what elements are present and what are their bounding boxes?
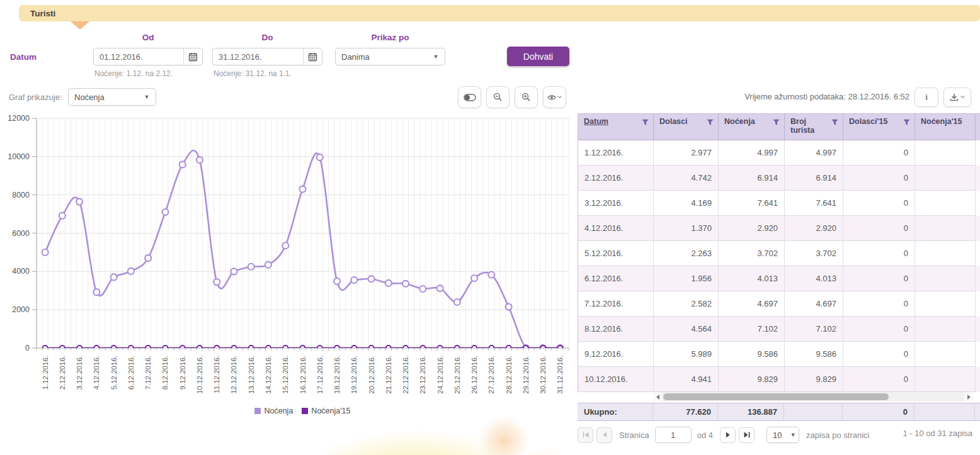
data-point-marker[interactable]: [351, 277, 357, 283]
info-button[interactable]: i: [914, 87, 938, 107]
data-point-marker[interactable]: [506, 304, 512, 310]
prikaz-po-select[interactable]: Danima ▼: [335, 48, 445, 65]
data-point-marker[interactable]: [214, 345, 219, 348]
filter-icon[interactable]: [903, 119, 910, 126]
data-point-marker[interactable]: [265, 262, 271, 268]
data-point-marker[interactable]: [420, 345, 425, 348]
data-point-marker[interactable]: [419, 286, 426, 292]
zoom-out-button[interactable]: [486, 86, 510, 108]
data-point-marker[interactable]: [162, 209, 168, 215]
scrollbar-track[interactable]: [662, 392, 964, 402]
column-header-dolasci-15[interactable]: Dolasci'15: [843, 114, 915, 140]
table-row[interactable]: 5.12.2016.2.2633.7023.7020: [578, 241, 980, 266]
data-point-marker[interactable]: [128, 345, 134, 348]
data-point-marker[interactable]: [77, 345, 82, 348]
data-point-marker[interactable]: [266, 345, 271, 348]
data-point-marker[interactable]: [300, 186, 306, 193]
data-point-marker[interactable]: [472, 345, 477, 348]
table-row[interactable]: 4.12.2016.1.3702.9202.9200: [578, 216, 980, 241]
scroll-right-button[interactable]: [964, 392, 973, 402]
data-point-marker[interactable]: [540, 345, 545, 348]
date-to-input[interactable]: [213, 48, 303, 65]
legend-item[interactable]: Noćenja'15: [302, 407, 350, 415]
export-button[interactable]: [943, 87, 971, 107]
tab-turisti[interactable]: Turisti: [30, 9, 55, 18]
data-point-marker[interactable]: [249, 345, 254, 348]
data-point-marker[interactable]: [334, 345, 339, 348]
data-point-marker[interactable]: [317, 154, 323, 160]
table-row[interactable]: 6.12.2016.1.9564.0134.0130: [578, 266, 980, 291]
data-point-marker[interactable]: [231, 345, 236, 348]
series-visibility-button[interactable]: [543, 86, 566, 108]
zoom-in-button[interactable]: [515, 86, 538, 108]
data-point-marker[interactable]: [385, 280, 392, 286]
data-point-marker[interactable]: [128, 268, 134, 274]
page-number-input[interactable]: [655, 427, 692, 443]
filter-icon[interactable]: [707, 119, 714, 126]
column-header-broj-turista[interactable]: Broj turista: [785, 114, 843, 140]
data-point-marker[interactable]: [402, 281, 409, 287]
data-point-marker[interactable]: [386, 345, 391, 348]
data-point-marker[interactable]: [111, 345, 117, 348]
filter-icon[interactable]: [831, 119, 838, 126]
data-point-marker[interactable]: [94, 345, 99, 348]
table-row[interactable]: 2.12.2016.4.7426.9146.9140: [578, 166, 980, 191]
dohvati-button[interactable]: Dohvati: [507, 47, 569, 66]
data-point-marker[interactable]: [162, 345, 168, 348]
data-point-marker[interactable]: [455, 345, 460, 348]
data-point-marker[interactable]: [214, 279, 220, 285]
date-from-input[interactable]: [94, 48, 183, 65]
data-point-marker[interactable]: [43, 345, 48, 348]
page-size-select[interactable]: 10 ▼: [766, 427, 799, 443]
scroll-left-button[interactable]: [653, 392, 662, 402]
column-header-no-enja[interactable]: Noćenja: [719, 114, 785, 140]
data-point-marker[interactable]: [179, 161, 186, 167]
table-row[interactable]: 3.12.2016.4.1697.6417.6410: [578, 191, 980, 216]
data-point-marker[interactable]: [42, 249, 48, 256]
data-point-marker[interactable]: [438, 345, 443, 348]
data-point-marker[interactable]: [111, 274, 117, 280]
legend-item[interactable]: Noćenja: [254, 407, 293, 415]
date-to-calendar-button[interactable]: [303, 48, 322, 65]
data-point-marker[interactable]: [248, 264, 254, 270]
table-horizontal-scrollbar[interactable]: [653, 392, 973, 402]
first-page-button[interactable]: [578, 427, 593, 443]
data-point-marker[interactable]: [197, 345, 202, 348]
data-point-marker[interactable]: [180, 345, 185, 348]
next-page-button[interactable]: [720, 427, 736, 443]
data-point-marker[interactable]: [145, 255, 151, 261]
scrollbar-thumb[interactable]: [663, 393, 889, 400]
column-header-datum[interactable]: Datum: [578, 114, 654, 140]
prev-page-button[interactable]: [596, 427, 612, 443]
data-point-marker[interactable]: [300, 345, 305, 348]
last-page-button[interactable]: [739, 427, 755, 443]
data-point-marker[interactable]: [368, 276, 375, 282]
table-row[interactable]: 9.12.2016.5.9899.5869.5860: [578, 342, 980, 367]
table-row[interactable]: 7.12.2016.2.5824.6974.6970: [578, 291, 980, 317]
data-point-marker[interactable]: [60, 345, 65, 348]
table-row[interactable]: 8.12.2016.4.5647.1027.1020: [578, 317, 980, 342]
data-point-marker[interactable]: [76, 199, 83, 205]
filter-icon[interactable]: [773, 119, 780, 126]
data-point-marker[interactable]: [489, 345, 494, 348]
data-point-marker[interactable]: [93, 289, 100, 295]
chart-toggle-button[interactable]: [458, 86, 481, 108]
data-point-marker[interactable]: [334, 278, 340, 284]
data-point-marker[interactable]: [197, 157, 203, 163]
line-chart[interactable]: 0200040006000800010000120001.12.2016.2.1…: [0, 113, 576, 425]
date-from-calendar-button[interactable]: [183, 48, 202, 65]
data-point-marker[interactable]: [523, 345, 528, 348]
table-row[interactable]: 10.12.2016.4.9419.8299.8290: [578, 367, 980, 392]
column-header-dolasci[interactable]: Dolasci: [654, 114, 719, 140]
data-point-marker[interactable]: [506, 345, 511, 348]
series-nocenja[interactable]: [42, 150, 564, 351]
data-point-marker[interactable]: [317, 345, 322, 348]
data-point-marker[interactable]: [557, 345, 562, 348]
filter-icon[interactable]: [642, 119, 649, 126]
table-row[interactable]: 1.12.2016.2.9774.9974.9970: [578, 140, 980, 166]
column-header-no-enja-15[interactable]: Noćenja'15: [915, 114, 976, 140]
data-point-marker[interactable]: [454, 299, 460, 305]
graf-prikazuje-select[interactable]: Noćenja ▼: [68, 88, 156, 106]
data-point-marker[interactable]: [231, 268, 237, 274]
data-point-marker[interactable]: [282, 242, 288, 249]
